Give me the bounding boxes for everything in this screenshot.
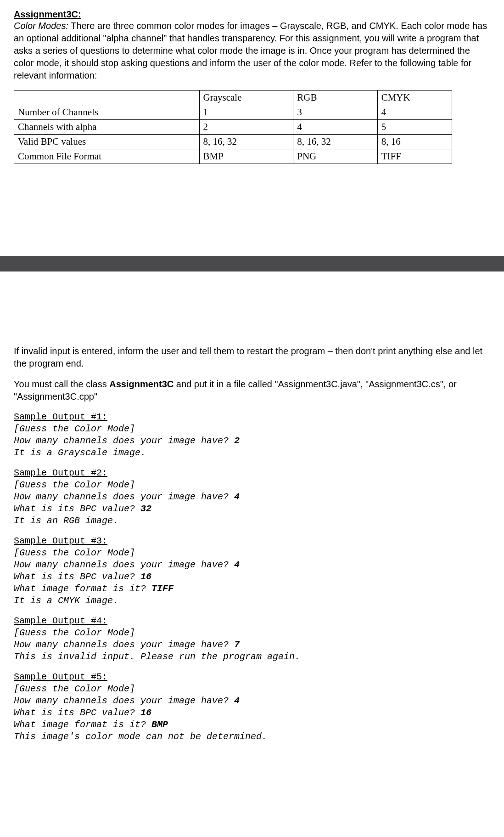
intro-body: There are three common color modes for i… xyxy=(14,21,487,80)
table-header-grayscale: Grayscale xyxy=(199,90,293,105)
sample-title: Sample Output #2: xyxy=(14,467,490,479)
intro-paragraph: Color Modes: There are three common colo… xyxy=(14,20,490,82)
sample-title: Sample Output #3: xyxy=(14,535,490,547)
sample-line-text: [Guess the Color Mode] xyxy=(14,424,135,434)
cell: 3 xyxy=(293,105,377,120)
page-bottom: If invalid input is entered, inform the … xyxy=(0,336,504,752)
table-header-empty xyxy=(14,90,200,105)
sample-line-text: This image's color mode can not be deter… xyxy=(14,731,267,742)
sample-user-input: 32 xyxy=(140,503,151,514)
sample-line-text: It is a Grayscale image. xyxy=(14,447,146,458)
sample-user-input: 4 xyxy=(234,492,240,502)
sample-line-text: How many channels does your image have? xyxy=(14,639,234,650)
sample-line: [Guess the Color Mode] xyxy=(14,423,490,435)
page-divider xyxy=(0,256,504,271)
sample-line: This is invalid input. Please run the pr… xyxy=(14,651,490,663)
sample-block: Sample Output #5:[Guess the Color Mode]H… xyxy=(14,671,490,743)
cell: 8, 16, 32 xyxy=(293,135,377,149)
page-top: Assignment3C: Color Modes: There are thr… xyxy=(0,0,504,173)
sample-block: Sample Output #3:[Guess the Color Mode]H… xyxy=(14,535,490,607)
sample-user-input: 16 xyxy=(140,707,151,718)
sample-line: What is its BPC value? 16 xyxy=(14,571,490,583)
sample-user-input: 16 xyxy=(140,571,151,582)
sample-line-text: What image format is it? xyxy=(14,583,151,594)
cell: 5 xyxy=(377,120,452,135)
sample-line: How many channels does your image have? … xyxy=(14,639,490,651)
cell: 4 xyxy=(377,105,452,120)
table-header-cmyk: CMYK xyxy=(377,90,452,105)
sample-line-text: How many channels does your image have? xyxy=(14,696,234,706)
sample-line: It is an RGB image. xyxy=(14,515,490,527)
color-mode-table: Grayscale RGB CMYK Number of Channels 1 … xyxy=(14,90,452,164)
sample-line: What is its BPC value? 32 xyxy=(14,503,490,515)
sample-line-text: It is a CMYK image. xyxy=(14,595,118,606)
cell: TIFF xyxy=(377,149,452,164)
class-name-note: You must call the class Assignment3C and… xyxy=(14,378,490,403)
sample-line-text: It is an RGB image. xyxy=(14,515,118,526)
sample-user-input: 4 xyxy=(234,560,240,570)
sample-line-text: What is its BPC value? xyxy=(14,571,140,582)
cell: BMP xyxy=(199,149,293,164)
sample-line: [Guess the Color Mode] xyxy=(14,479,490,491)
sample-line: [Guess the Color Mode] xyxy=(14,547,490,559)
row-label: Valid BPC values xyxy=(14,135,200,149)
table-header-rgb: RGB xyxy=(293,90,377,105)
sample-block: Sample Output #4:[Guess the Color Mode]H… xyxy=(14,615,490,663)
sample-line-text: What is its BPC value? xyxy=(14,503,140,514)
sample-title: Sample Output #5: xyxy=(14,671,490,683)
cell: 2 xyxy=(199,120,293,135)
sample-user-input: 2 xyxy=(234,435,240,446)
sample-line-text: [Guess the Color Mode] xyxy=(14,628,135,638)
sample-line: What image format is it? TIFF xyxy=(14,583,490,595)
sample-line-text: What is its BPC value? xyxy=(14,707,140,718)
sample-outputs: Sample Output #1:[Guess the Color Mode]H… xyxy=(14,411,490,743)
sample-line-text: What image format is it? xyxy=(14,719,151,730)
sample-line-text: How many channels does your image have? xyxy=(14,560,234,570)
cell: PNG xyxy=(293,149,377,164)
row-label: Number of Channels xyxy=(14,105,200,120)
cell: 8, 16, 32 xyxy=(199,135,293,149)
sample-line: It is a Grayscale image. xyxy=(14,447,490,459)
sample-title: Sample Output #1: xyxy=(14,411,490,423)
sample-line: How many channels does your image have? … xyxy=(14,559,490,571)
sample-line-text: How many channels does your image have? xyxy=(14,492,234,502)
title-text: Assignment3C: xyxy=(14,9,81,19)
sample-user-input: BMP xyxy=(151,719,168,730)
sample-line: How many channels does your image have? … xyxy=(14,435,490,447)
sample-line: It is a CMYK image. xyxy=(14,595,490,607)
sample-user-input: TIFF xyxy=(151,583,174,594)
sample-line-text: [Guess the Color Mode] xyxy=(14,480,135,490)
sample-line-text: This is invalid input. Please run the pr… xyxy=(14,651,300,662)
assignment-title: Assignment3C: xyxy=(14,9,490,20)
class-name: Assignment3C xyxy=(109,379,174,389)
sample-block: Sample Output #1:[Guess the Color Mode]H… xyxy=(14,411,490,459)
sample-line: What is its BPC value? 16 xyxy=(14,707,490,719)
sample-line: How many channels does your image have? … xyxy=(14,491,490,503)
sample-user-input: 4 xyxy=(234,696,240,706)
cell: 1 xyxy=(199,105,293,120)
table-row: Channels with alpha 2 4 5 xyxy=(14,120,452,135)
sample-line: [Guess the Color Mode] xyxy=(14,627,490,639)
cell: 8, 16 xyxy=(377,135,452,149)
table-row: Number of Channels 1 3 4 xyxy=(14,105,452,120)
class-note-pre: You must call the class xyxy=(14,379,109,389)
intro-prefix: Color Modes: xyxy=(14,21,68,31)
sample-line: This image's color mode can not be deter… xyxy=(14,731,490,743)
sample-line: [Guess the Color Mode] xyxy=(14,683,490,695)
invalid-input-note: If invalid input is entered, inform the … xyxy=(14,345,490,370)
sample-user-input: 7 xyxy=(234,639,240,650)
row-label: Common File Format xyxy=(14,149,200,164)
sample-line-text: How many channels does your image have? xyxy=(14,435,234,446)
sample-line: How many channels does your image have? … xyxy=(14,695,490,707)
sample-line: What image format is it? BMP xyxy=(14,719,490,731)
row-label: Channels with alpha xyxy=(14,120,200,135)
table-row: Valid BPC values 8, 16, 32 8, 16, 32 8, … xyxy=(14,135,452,149)
sample-title: Sample Output #4: xyxy=(14,615,490,627)
sample-line-text: [Guess the Color Mode] xyxy=(14,684,135,694)
sample-line-text: [Guess the Color Mode] xyxy=(14,548,135,558)
table-header-row: Grayscale RGB CMYK xyxy=(14,90,452,105)
table-row: Common File Format BMP PNG TIFF xyxy=(14,149,452,164)
cell: 4 xyxy=(293,120,377,135)
sample-block: Sample Output #2:[Guess the Color Mode]H… xyxy=(14,467,490,527)
